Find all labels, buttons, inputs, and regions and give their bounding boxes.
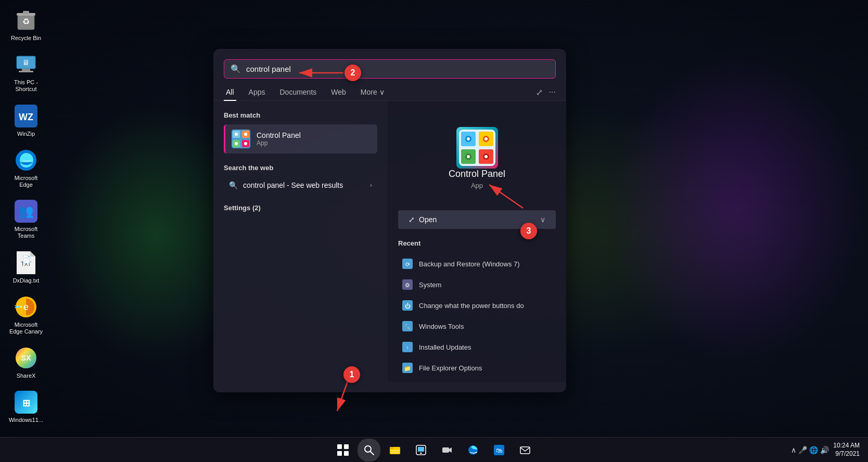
taskbar-time[interactable]: 10:24 AM 9/7/2021 xyxy=(833,442,860,458)
recent-name-2: Change what the power buttons do xyxy=(419,302,524,310)
tab-apps[interactable]: Apps xyxy=(247,84,267,100)
desktop-icon-sharex[interactable]: SX ShareX xyxy=(5,343,47,382)
winzip-icon: WZ xyxy=(14,104,39,129)
camera-button[interactable] xyxy=(436,439,458,461)
best-match-item[interactable]: Control Panel App xyxy=(224,124,377,153)
app-preview-name: Control Panel xyxy=(449,169,505,179)
svg-text:↑: ↑ xyxy=(406,344,409,351)
web-arrow-icon: › xyxy=(370,182,372,189)
svg-rect-66 xyxy=(344,451,349,456)
svg-rect-7 xyxy=(19,71,33,72)
desktop-icon-winzip[interactable]: WZ WinZip xyxy=(5,101,47,140)
dxdiag-icon: TXT 📄 xyxy=(14,250,39,275)
chevron-up-icon[interactable]: ∧ xyxy=(791,446,796,454)
recent-item-0[interactable]: ⟳ Backup and Restore (Windows 7) xyxy=(398,253,556,274)
recycle-bin-label: Recycle Bin xyxy=(11,35,41,42)
recent-name-3: Windows Tools xyxy=(419,323,464,330)
volume-icon[interactable]: 🔊 xyxy=(820,446,829,454)
svg-text:⊞: ⊞ xyxy=(22,398,30,408)
recent-name-0: Backup and Restore (Windows 7) xyxy=(419,260,520,268)
store-button[interactable]: 🛍 xyxy=(488,439,510,461)
svg-text:♻: ♻ xyxy=(22,17,30,26)
desktop-icons-container: ♻ Recycle Bin 🖥 This PC - Shortcut xyxy=(0,0,52,431)
recent-name-5: File Explorer Options xyxy=(419,364,482,372)
app-preview-type: App xyxy=(471,182,483,189)
svg-line-68 xyxy=(371,452,374,455)
desktop-icon-w11[interactable]: ⊞ Windows11... xyxy=(5,387,47,426)
match-type: App xyxy=(257,139,301,147)
recent-item-4[interactable]: ↑ Installed Updates xyxy=(398,337,556,357)
svg-rect-65 xyxy=(337,451,342,456)
tab-bar: All Apps Documents Web More ∨ ⤢ ··· xyxy=(213,79,566,101)
svg-point-33 xyxy=(244,142,247,145)
system-tray: ∧ 🎤 🌐 🔊 10:24 AM 9/7/2021 xyxy=(791,442,860,458)
sharex-label: ShareX xyxy=(17,373,36,379)
annotation-1: 1 xyxy=(343,366,360,383)
svg-text:⚙: ⚙ xyxy=(405,282,410,288)
tab-more[interactable]: More ∨ xyxy=(359,84,387,100)
svg-rect-2 xyxy=(23,11,29,14)
this-pc-icon: 🖥 xyxy=(14,52,39,77)
mail-button[interactable] xyxy=(514,439,537,461)
share-icon[interactable]: ⤢ xyxy=(536,87,543,97)
taskbar: 🛍 ∧ 🎤 🌐 🔊 10:24 AM 9/7/2021 xyxy=(0,437,868,462)
svg-text:CAN: CAN xyxy=(15,304,22,309)
teams-label: Microsoft Teams xyxy=(8,226,44,239)
edge-icon xyxy=(14,148,39,173)
svg-point-43 xyxy=(467,137,470,140)
recent-item-3[interactable]: 🔧 Windows Tools xyxy=(398,316,556,337)
search-bar[interactable]: 🔍 xyxy=(224,59,556,79)
desktop-icon-recycle-bin[interactable]: ♻ Recycle Bin xyxy=(5,5,47,44)
web-search-text: control panel - See web results xyxy=(243,181,343,189)
more-options-icon[interactable]: ··· xyxy=(549,87,556,97)
recent-item-2[interactable]: ⏻ Change what the power buttons do xyxy=(398,295,556,316)
annotation-3: 3 xyxy=(520,223,537,239)
desktop-icon-this-pc[interactable]: 🖥 This PC - Shortcut xyxy=(5,49,47,95)
desktop: ♻ Recycle Bin 🖥 This PC - Shortcut xyxy=(0,0,868,462)
edge-label: Microsoft Edge xyxy=(8,175,44,188)
svg-rect-6 xyxy=(22,69,30,71)
svg-rect-72 xyxy=(391,452,399,453)
taskbar-search-button[interactable] xyxy=(358,439,380,461)
desktop-icon-dxdiag[interactable]: TXT 📄 DxDiag.txt xyxy=(5,248,47,287)
web-suffix: - See web results xyxy=(285,181,343,189)
svg-rect-76 xyxy=(442,447,449,453)
svg-point-67 xyxy=(365,446,371,452)
desktop-icon-edge-canary[interactable]: e CAN Microsoft Edge Canary xyxy=(5,292,47,338)
power-icon: ⏻ xyxy=(401,299,414,312)
match-name: Control Panel xyxy=(257,131,301,139)
tray-icons: ∧ 🎤 🌐 🔊 xyxy=(791,446,829,454)
desktop-icon-teams[interactable]: 👥 Microsoft Teams xyxy=(5,196,47,242)
recent-item-5[interactable]: 📁 File Explorer Options xyxy=(398,357,556,378)
edge-canary-label: Microsoft Edge Canary xyxy=(8,322,44,335)
tab-documents[interactable]: Documents xyxy=(277,84,318,100)
time-display: 10:24 AM xyxy=(833,442,860,450)
tab-web[interactable]: Web xyxy=(329,84,348,100)
recent-item-1[interactable]: ⚙ System xyxy=(398,274,556,295)
recent-section: Recent ⟳ Backup and Restore (Windows 7) … xyxy=(398,239,556,378)
recycle-bin-icon: ♻ xyxy=(14,8,39,33)
web-search-item[interactable]: 🔍 control panel - See web results › xyxy=(224,177,377,194)
left-panel: Best match xyxy=(213,101,388,382)
start-button[interactable] xyxy=(331,439,354,461)
tab-all[interactable]: All xyxy=(224,84,236,100)
svg-text:🛍: 🛍 xyxy=(496,447,502,454)
recent-title: Recent xyxy=(398,239,556,247)
settings-title: Settings (2) xyxy=(224,204,377,212)
svg-rect-70 xyxy=(390,447,394,449)
date-display: 9/7/2021 xyxy=(833,450,860,458)
network-icon[interactable]: 🌐 xyxy=(809,446,818,454)
mic-icon[interactable]: 🎤 xyxy=(798,446,807,454)
edge-taskbar-button[interactable] xyxy=(462,439,484,461)
expand-icon[interactable]: ∨ xyxy=(540,215,545,224)
svg-point-46 xyxy=(484,155,488,158)
svg-marker-77 xyxy=(449,447,452,453)
svg-text:🖥: 🖥 xyxy=(22,58,30,67)
desktop-icon-edge[interactable]: Microsoft Edge xyxy=(5,145,47,191)
tablet-button[interactable] xyxy=(410,439,432,461)
search-web-title: Search the web xyxy=(224,164,377,172)
file-explorer-button[interactable] xyxy=(384,439,406,461)
svg-text:⟳: ⟳ xyxy=(405,261,410,267)
svg-rect-71 xyxy=(391,450,399,451)
search-input[interactable] xyxy=(246,65,549,73)
